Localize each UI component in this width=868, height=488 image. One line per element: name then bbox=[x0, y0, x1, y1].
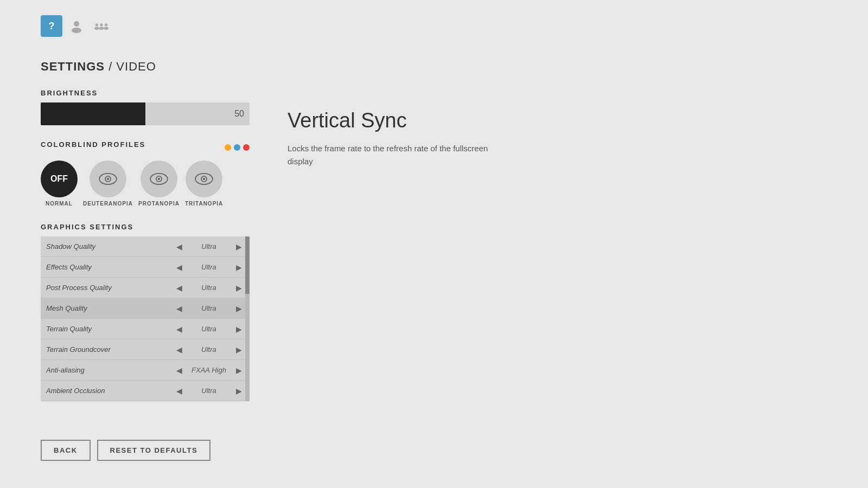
graphics-row-terrain-quality[interactable]: Terrain Quality ◀ Ultra ▶ bbox=[41, 319, 250, 339]
graphics-section: GRAPHICS SETTINGS Shadow Quality ◀ Ultra… bbox=[41, 223, 312, 401]
scrollbar-thumb[interactable] bbox=[245, 236, 250, 294]
colorblind-options: OFF NORMAL DEUTERANOPIA bbox=[41, 160, 312, 207]
anti-aliasing-arrow-left[interactable]: ◀ bbox=[174, 365, 184, 376]
colorblind-protanopia-label: PROTANOPIA bbox=[138, 201, 180, 207]
colorblind-option-deuteranopia[interactable]: DEUTERANOPIA bbox=[83, 160, 133, 207]
colorblind-option-tritanopia[interactable]: TRITANOPIA bbox=[185, 160, 223, 207]
graphics-row-ambient-occlusion[interactable]: Ambient Occlusion ◀ Ultra ▶ bbox=[41, 381, 250, 401]
main-content: SETTINGS / VIDEO BRIGHTNESS 50 COLORBLIN… bbox=[41, 60, 312, 412]
colorblind-icon-deuteranopia bbox=[90, 160, 126, 197]
terrain-quality-label: Terrain Quality bbox=[46, 325, 174, 333]
info-title: Vertical Sync bbox=[288, 108, 505, 133]
graphics-label: GRAPHICS SETTINGS bbox=[41, 223, 312, 231]
shadow-quality-label: Shadow Quality bbox=[46, 242, 174, 251]
graphics-row-mesh-quality[interactable]: Mesh Quality ◀ Ultra ▶ bbox=[41, 298, 250, 319]
profile-icon[interactable] bbox=[66, 15, 87, 37]
svg-point-5 bbox=[94, 27, 99, 30]
ambient-occlusion-arrow-right[interactable]: ▶ bbox=[233, 386, 244, 396]
colorblind-section: COLORBLIND PROFILES OFF NORMAL bbox=[41, 140, 312, 207]
svg-point-3 bbox=[72, 28, 81, 33]
ambient-occlusion-value: Ultra bbox=[184, 387, 233, 395]
post-process-quality-arrow-left[interactable]: ◀ bbox=[174, 282, 184, 293]
terrain-groundcover-value: Ultra bbox=[184, 345, 233, 354]
brightness-value: 50 bbox=[234, 109, 244, 119]
ambient-occlusion-arrow-left[interactable]: ◀ bbox=[174, 386, 184, 396]
svg-point-12 bbox=[107, 178, 109, 180]
shadow-quality-arrow-right[interactable]: ▶ bbox=[233, 241, 244, 252]
page-title: SETTINGS / VIDEO bbox=[41, 60, 312, 74]
colorblind-icon-protanopia bbox=[141, 160, 177, 197]
anti-aliasing-label: Anti-aliasing bbox=[46, 366, 174, 374]
colorblind-deuteranopia-label: DEUTERANOPIA bbox=[83, 201, 133, 207]
ambient-occlusion-label: Ambient Occlusion bbox=[46, 387, 174, 395]
colorblind-option-protanopia[interactable]: PROTANOPIA bbox=[138, 160, 180, 207]
colorblind-icon-tritanopia bbox=[186, 160, 222, 197]
dot-red bbox=[243, 144, 250, 151]
shadow-quality-arrow-left[interactable]: ◀ bbox=[174, 241, 184, 252]
colorblind-header: COLORBLIND PROFILES bbox=[41, 140, 250, 154]
svg-point-4 bbox=[95, 23, 98, 26]
reset-button[interactable]: RESET TO DEFAULTS bbox=[97, 440, 211, 461]
mesh-quality-label: Mesh Quality bbox=[46, 304, 174, 312]
bottom-buttons: BACK RESET TO DEFAULTS bbox=[41, 440, 210, 461]
colorblind-normal-label: NORMAL bbox=[46, 201, 73, 207]
mesh-quality-arrow-right[interactable]: ▶ bbox=[233, 303, 244, 314]
dot-yellow bbox=[225, 144, 231, 151]
color-dots bbox=[225, 144, 250, 151]
colorblind-option-normal[interactable]: OFF NORMAL bbox=[41, 160, 78, 207]
svg-point-15 bbox=[158, 178, 160, 180]
terrain-groundcover-label: Terrain Groundcover bbox=[46, 345, 174, 354]
effects-quality-arrow-right[interactable]: ▶ bbox=[233, 262, 244, 273]
shadow-quality-value: Ultra bbox=[184, 242, 233, 251]
back-button[interactable]: BACK bbox=[41, 440, 91, 461]
info-panel: Vertical Sync Locks the frame rate to th… bbox=[288, 108, 505, 168]
brightness-fill bbox=[41, 102, 145, 125]
graphics-row-terrain-groundcover[interactable]: Terrain Groundcover ◀ Ultra ▶ bbox=[41, 339, 250, 360]
effects-quality-value: Ultra bbox=[184, 263, 233, 271]
graphics-row-post-process-quality[interactable]: Post Process Quality ◀ Ultra ▶ bbox=[41, 278, 250, 298]
svg-point-6 bbox=[100, 23, 103, 26]
terrain-quality-value: Ultra bbox=[184, 325, 233, 333]
graphics-row-effects-quality[interactable]: Effects Quality ◀ Ultra ▶ bbox=[41, 257, 250, 278]
graphics-row-anti-aliasing[interactable]: Anti-aliasing ◀ FXAA High ▶ bbox=[41, 360, 250, 381]
info-description: Locks the frame rate to the refresh rate… bbox=[288, 142, 505, 168]
svg-point-7 bbox=[99, 27, 104, 30]
colorblind-tritanopia-label: TRITANOPIA bbox=[185, 201, 223, 207]
svg-point-2 bbox=[74, 21, 79, 27]
svg-text:?: ? bbox=[49, 21, 55, 31]
post-process-quality-value: Ultra bbox=[184, 284, 233, 292]
mesh-quality-arrow-left[interactable]: ◀ bbox=[174, 303, 184, 314]
svg-point-18 bbox=[203, 178, 205, 180]
terrain-groundcover-arrow-right[interactable]: ▶ bbox=[233, 344, 244, 355]
group-icon[interactable] bbox=[91, 15, 112, 37]
effects-quality-arrow-left[interactable]: ◀ bbox=[174, 262, 184, 273]
graphics-list: Shadow Quality ◀ Ultra ▶ Effects Quality… bbox=[41, 236, 250, 401]
top-navigation: ? bbox=[41, 15, 112, 37]
anti-aliasing-arrow-right[interactable]: ▶ bbox=[233, 365, 244, 376]
brightness-label: BRIGHTNESS bbox=[41, 89, 312, 97]
post-process-quality-label: Post Process Quality bbox=[46, 284, 174, 292]
scrollbar-track[interactable] bbox=[245, 236, 250, 401]
colorblind-label: COLORBLIND PROFILES bbox=[41, 140, 145, 149]
anti-aliasing-value: FXAA High bbox=[184, 366, 233, 374]
help-icon[interactable]: ? bbox=[41, 15, 62, 37]
effects-quality-label: Effects Quality bbox=[46, 263, 174, 271]
graphics-row-shadow-quality[interactable]: Shadow Quality ◀ Ultra ▶ bbox=[41, 236, 250, 257]
terrain-groundcover-arrow-left[interactable]: ◀ bbox=[174, 344, 184, 355]
colorblind-icon-normal: OFF bbox=[41, 160, 78, 197]
brightness-slider[interactable]: 50 bbox=[41, 102, 250, 125]
svg-point-8 bbox=[105, 23, 107, 26]
dot-blue bbox=[234, 144, 240, 151]
svg-point-9 bbox=[104, 27, 108, 30]
terrain-quality-arrow-right[interactable]: ▶ bbox=[233, 324, 244, 335]
terrain-quality-arrow-left[interactable]: ◀ bbox=[174, 324, 184, 335]
post-process-quality-arrow-right[interactable]: ▶ bbox=[233, 282, 244, 293]
mesh-quality-value: Ultra bbox=[184, 304, 233, 312]
